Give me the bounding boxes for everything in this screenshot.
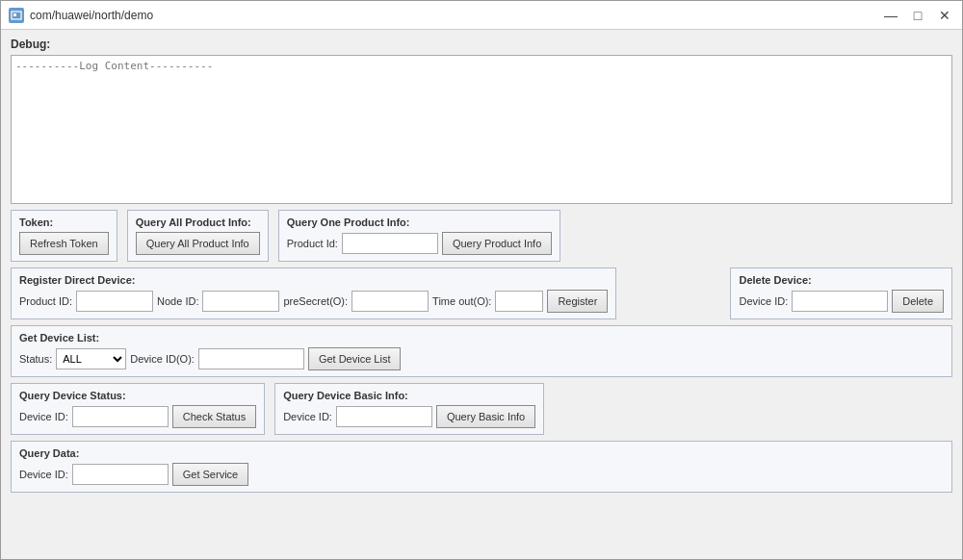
qb-device-id-input[interactable] [336,406,432,427]
token-row: Refresh Token [19,232,109,255]
query-one-panel: Query One Product Info: Product Id: Quer… [278,210,561,262]
query-data-row: Device ID: Get Service [19,463,944,486]
get-device-list-button[interactable]: Get Device List [308,347,402,370]
query-all-panel: Query All Product Info: Query All Produc… [127,210,269,262]
delete-label: Delete Device: [739,274,944,286]
query-all-row: Query All Product Info [136,232,260,255]
qs-device-id-input[interactable] [72,406,169,427]
query-status-row: Device ID: Check Status [19,405,256,428]
device-list-row: Status: ALL ONLINE OFFLINE Device ID(O):… [19,347,944,370]
status-select[interactable]: ALL ONLINE OFFLINE [56,348,126,369]
check-status-button[interactable]: Check Status [172,405,256,428]
get-service-button[interactable]: Get Service [172,463,248,486]
device-list-panel: Get Device List: Status: ALL ONLINE OFFL… [11,325,952,377]
list-device-id-label: Device ID(O): [130,353,195,365]
top-panels-row: Token: Refresh Token Query All Product I… [11,210,952,262]
status-label: Status: [19,353,52,365]
time-out-input[interactable] [495,291,543,312]
node-id-label: Node ID: [157,295,198,307]
query-all-button[interactable]: Query All Product Info [136,232,260,255]
refresh-token-button[interactable]: Refresh Token [19,232,109,255]
query-basic-info-button[interactable]: Query Basic Info [436,405,535,428]
reg-product-id-label: Product ID: [19,295,72,307]
query-data-label: Query Data: [19,447,944,459]
qs-device-id-label: Device ID: [19,411,68,422]
register-label: Register Direct Device: [19,274,608,286]
main-window: com/huawei/north/demo — □ ✕ Debug: Token… [0,0,963,560]
query-basic-label: Query Device Basic Info: [283,390,535,401]
time-out-label: Time out(O): [432,295,491,307]
main-content: Debug: Token: Refresh Token Query All Pr… [1,30,962,559]
debug-section: Debug: [11,38,952,204]
qb-device-id-label: Device ID: [283,411,332,422]
query-product-info-button[interactable]: Query Product Info [442,232,552,255]
register-delete-row: Register Direct Device: Product ID: Node… [11,267,952,319]
delete-button[interactable]: Delete [892,290,944,313]
close-button[interactable]: ✕ [935,6,954,25]
product-id-label: Product Id: [287,238,338,249]
query-status-panel: Query Device Status: Device ID: Check St… [11,383,265,435]
register-button[interactable]: Register [547,290,608,313]
reg-product-id-input[interactable] [76,291,153,312]
token-label: Token: [19,216,109,228]
app-icon [9,8,24,23]
query-status-label: Query Device Status: [19,390,256,401]
minimize-button[interactable]: — [881,6,900,25]
titlebar-controls: — □ ✕ [881,6,954,25]
query-all-label: Query All Product Info: [136,216,260,228]
query-basic-panel: Query Device Basic Info: Device ID: Quer… [274,383,544,435]
qd-device-id-input[interactable] [72,464,169,485]
query-one-label: Query One Product Info: [287,216,553,228]
register-row: Product ID: Node ID: preSecret(O): Time … [19,290,608,313]
list-device-id-input[interactable] [198,348,304,369]
log-textarea[interactable] [11,55,952,204]
debug-label: Debug: [11,38,952,51]
del-device-id-label: Device ID: [739,295,788,307]
qd-device-id-label: Device ID: [19,469,68,480]
delete-panel: Delete Device: Device ID: Delete [730,267,952,319]
delete-row: Device ID: Delete [739,290,944,313]
query-one-row: Product Id: Query Product Info [287,232,553,255]
token-panel: Token: Refresh Token [11,210,117,262]
titlebar-left: com/huawei/north/demo [9,8,153,23]
svg-rect-1 [13,13,16,16]
del-device-id-input[interactable] [792,291,888,312]
query-data-panel: Query Data: Device ID: Get Service [11,441,952,493]
status-basic-row: Query Device Status: Device ID: Check St… [11,383,952,435]
window-title: com/huawei/north/demo [30,9,153,22]
product-id-input[interactable] [342,233,438,254]
query-basic-row: Device ID: Query Basic Info [283,405,535,428]
titlebar: com/huawei/north/demo — □ ✕ [1,1,962,30]
pre-secret-label: preSecret(O): [283,295,348,307]
node-id-input[interactable] [202,291,279,312]
register-panel: Register Direct Device: Product ID: Node… [11,267,616,319]
maximize-button[interactable]: □ [908,6,927,25]
device-list-label: Get Device List: [19,332,944,344]
pre-secret-input[interactable] [351,291,429,312]
